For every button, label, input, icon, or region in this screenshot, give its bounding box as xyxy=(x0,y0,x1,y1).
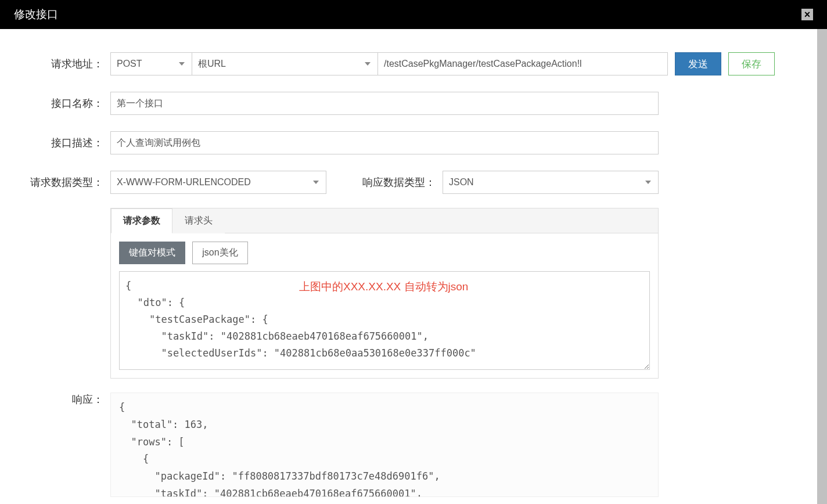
req-type-label: 请求数据类型： xyxy=(12,175,110,189)
scrollbar-thumb[interactable] xyxy=(817,29,827,497)
mode-buttons: 键值对模式 json美化 xyxy=(119,242,650,264)
res-type-label: 响应数据类型： xyxy=(326,175,443,189)
modal-content: 请求地址： POST 根URL /testCasePkgManager/test… xyxy=(0,29,827,497)
url-row: 请求地址： POST 根URL /testCasePkgManager/test… xyxy=(12,52,775,75)
request-body-textarea[interactable]: { "dto": { "testCasePackage": { "taskId"… xyxy=(119,271,650,370)
method-select[interactable]: POST xyxy=(110,52,192,75)
vertical-scrollbar[interactable] xyxy=(817,29,827,497)
tabs: 请求参数 请求头 xyxy=(111,208,658,233)
close-icon[interactable]: × xyxy=(801,9,813,20)
send-button[interactable]: 发送 xyxy=(675,52,721,75)
response-body: { "total": 163, "rows": [ { "packageId":… xyxy=(110,393,659,497)
save-button[interactable]: 保存 xyxy=(728,52,775,75)
tab-content: 键值对模式 json美化 上图中的XXX.XX.XX 自动转为json { "d… xyxy=(111,233,658,378)
root-url-select[interactable]: 根URL xyxy=(192,52,377,75)
req-type-select[interactable]: X-WWW-FORM-URLENCODED xyxy=(110,171,326,194)
modal-title: 修改接口 xyxy=(14,7,58,22)
name-input[interactable]: 第一个接口 xyxy=(110,92,659,115)
tab-request-headers[interactable]: 请求头 xyxy=(172,208,225,233)
mode-json-button[interactable]: json美化 xyxy=(192,242,247,264)
mode-kv-button[interactable]: 键值对模式 xyxy=(119,242,185,264)
desc-input[interactable]: 个人查询测试用例包 xyxy=(110,131,659,154)
name-row: 接口名称： 第一个接口 xyxy=(12,92,659,115)
response-label: 响应： xyxy=(12,393,110,497)
url-path-input[interactable]: /testCasePkgManager/testCasePackageActio… xyxy=(377,52,668,75)
tab-request-params[interactable]: 请求参数 xyxy=(111,208,172,233)
params-panel: 请求参数 请求头 键值对模式 json美化 上图中的XXX.XX.XX 自动转为… xyxy=(110,208,659,379)
desc-row: 接口描述： 个人查询测试用例包 xyxy=(12,131,659,154)
modal-header: 修改接口 × xyxy=(0,0,827,29)
desc-label: 接口描述： xyxy=(12,136,110,150)
json-wrap: 上图中的XXX.XX.XX 自动转为json { "dto": { "testC… xyxy=(119,271,650,370)
response-row: 响应： { "total": 163, "rows": [ { "package… xyxy=(12,393,659,497)
type-row: 请求数据类型： X-WWW-FORM-URLENCODED 响应数据类型： JS… xyxy=(12,171,659,194)
url-label: 请求地址： xyxy=(12,57,110,71)
name-label: 接口名称： xyxy=(12,96,110,110)
res-type-select[interactable]: JSON xyxy=(443,171,659,194)
